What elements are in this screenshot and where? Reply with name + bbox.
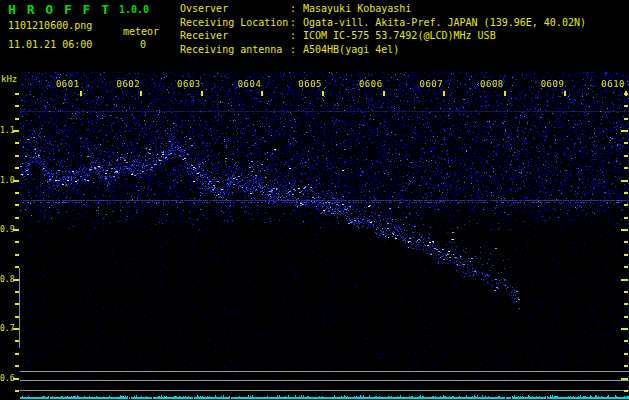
frequency-tick-left bbox=[13, 229, 19, 231]
app-version: 1.0.0 bbox=[119, 4, 149, 15]
frequency-tick-right bbox=[624, 241, 628, 243]
frequency-tick-left bbox=[15, 266, 19, 268]
frequency-tick-right bbox=[624, 105, 628, 107]
time-tick-label: 0603 bbox=[171, 79, 201, 89]
time-tick-label: 0609 bbox=[534, 79, 564, 89]
frequency-tick-right bbox=[621, 328, 628, 330]
frequency-tick-left bbox=[13, 130, 19, 132]
frequency-tick-left bbox=[15, 291, 19, 293]
time-tick-label: 0604 bbox=[231, 79, 261, 89]
antenna-value: A504HB(yagi 4el) bbox=[303, 44, 399, 55]
frequency-tick-right bbox=[624, 291, 628, 293]
time-tick-label: 0606 bbox=[353, 79, 383, 89]
frequency-tick-left bbox=[15, 93, 19, 95]
frequency-tick-left bbox=[13, 180, 19, 182]
frequency-tick-right bbox=[621, 279, 628, 281]
frequency-tick-label: 1.1 bbox=[0, 126, 13, 135]
spectrogram-canvas bbox=[20, 72, 629, 400]
receiver-label: Receiver bbox=[180, 29, 290, 43]
frequency-tick-left bbox=[15, 390, 19, 392]
location-label: Receiving Location bbox=[180, 16, 290, 30]
time-tick bbox=[504, 91, 506, 96]
frequency-tick-left bbox=[15, 365, 19, 367]
frequency-tick-right bbox=[624, 192, 628, 194]
frequency-tick-right bbox=[624, 155, 628, 157]
level-reference-line bbox=[20, 390, 629, 391]
frequency-tick-left bbox=[13, 378, 19, 380]
frequency-tick-right bbox=[624, 340, 628, 342]
frequency-tick-left bbox=[15, 142, 19, 144]
frequency-tick-left bbox=[13, 328, 19, 330]
frequency-tick-label: 0.9 bbox=[0, 225, 13, 234]
frequency-tick-label: 0.7 bbox=[0, 324, 13, 333]
counting-band-marker bbox=[19, 268, 20, 348]
time-tick bbox=[261, 91, 263, 96]
info-separator: : bbox=[290, 16, 303, 30]
frequency-tick-left bbox=[15, 105, 19, 107]
frequency-tick-left bbox=[15, 241, 19, 243]
time-tick bbox=[625, 91, 627, 96]
info-separator: : bbox=[290, 2, 303, 16]
frequency-tick-left bbox=[15, 192, 19, 194]
time-tick-label: 0605 bbox=[292, 79, 322, 89]
meteor-counter-label: meteor bbox=[123, 26, 159, 37]
time-tick-label: 0610 bbox=[595, 79, 625, 89]
station-info: Ovserver:Masayuki Kobayashi Receiving Lo… bbox=[180, 2, 586, 56]
antenna-label: Receiving antenna bbox=[180, 43, 290, 57]
frequency-tick-right bbox=[621, 130, 628, 132]
frequency-tick-left bbox=[15, 217, 19, 219]
frequency-tick-right bbox=[621, 229, 628, 231]
info-row-location: Receiving Location:Ogata-vill. Akita-Pre… bbox=[180, 16, 586, 30]
time-tick-label: 0608 bbox=[474, 79, 504, 89]
time-tick bbox=[201, 91, 203, 96]
level-reference-line bbox=[20, 371, 629, 372]
time-tick bbox=[564, 91, 566, 96]
frequency-tick-left bbox=[15, 303, 19, 305]
frequency-tick-right bbox=[621, 378, 628, 380]
time-tick bbox=[140, 91, 142, 96]
frequency-tick-left bbox=[15, 167, 19, 169]
frequency-tick-left bbox=[15, 316, 19, 318]
time-tick bbox=[383, 91, 385, 96]
frequency-axis-unit: kHz bbox=[1, 74, 17, 84]
frequency-tick-left bbox=[15, 118, 19, 120]
time-tick-label: 0602 bbox=[110, 79, 140, 89]
frequency-tick-left bbox=[15, 155, 19, 157]
app-title: H R O F F T bbox=[8, 2, 111, 17]
level-reference-line bbox=[20, 380, 629, 381]
receiver-value: ICOM IC-575 53.7492(@LCD)MHz USB bbox=[303, 30, 496, 41]
frequency-tick-right bbox=[624, 167, 628, 169]
frequency-tick-label: 0.8 bbox=[0, 275, 13, 284]
frequency-tick-right bbox=[624, 204, 628, 206]
frequency-tick-right bbox=[624, 118, 628, 120]
frequency-tick-right bbox=[624, 365, 628, 367]
frequency-tick-right bbox=[624, 142, 628, 144]
frequency-tick-right bbox=[621, 180, 628, 182]
time-tick bbox=[322, 91, 324, 96]
frequency-tick-label: 0.6 bbox=[0, 374, 13, 383]
observer-label: Ovserver bbox=[180, 2, 290, 16]
frequency-tick-left bbox=[13, 279, 19, 281]
hrofft-window: H R O F F T 1.0.0 1101210600.png meteor … bbox=[0, 0, 629, 400]
frequency-tick-left bbox=[15, 254, 19, 256]
output-filename: 1101210600.png bbox=[8, 20, 92, 31]
frequency-tick-right bbox=[624, 217, 628, 219]
capture-datetime: 11.01.21 06:00 bbox=[8, 39, 92, 50]
time-tick bbox=[80, 91, 82, 96]
time-tick-label: 0601 bbox=[50, 79, 80, 89]
frequency-tick-right bbox=[624, 303, 628, 305]
time-tick bbox=[443, 91, 445, 96]
info-row-antenna: Receiving antenna:A504HB(yagi 4el) bbox=[180, 43, 586, 57]
time-tick-label: 0607 bbox=[413, 79, 443, 89]
info-separator: : bbox=[290, 29, 303, 43]
frequency-tick-right bbox=[624, 390, 628, 392]
frequency-tick-right bbox=[624, 353, 628, 355]
observer-value: Masayuki Kobayashi bbox=[303, 3, 411, 14]
info-row-receiver: Receiver:ICOM IC-575 53.7492(@LCD)MHz US… bbox=[180, 29, 586, 43]
meteor-count-value: 0 bbox=[140, 39, 146, 50]
frequency-tick-right bbox=[624, 266, 628, 268]
frequency-tick-left bbox=[15, 204, 19, 206]
frequency-tick-right bbox=[624, 316, 628, 318]
location-value: Ogata-vill. Akita-Pref. JAPAN (139.96E, … bbox=[303, 17, 586, 28]
info-row-observer: Ovserver:Masayuki Kobayashi bbox=[180, 2, 586, 16]
